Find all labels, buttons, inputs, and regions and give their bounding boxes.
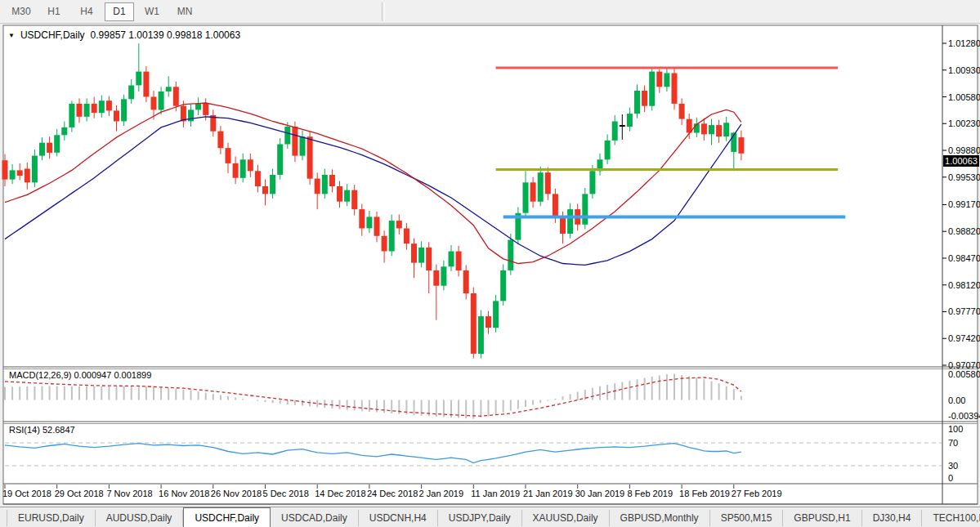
candle bbox=[449, 252, 454, 267]
candle bbox=[679, 104, 685, 119]
date-axis-label: 8 Feb 2019 bbox=[627, 489, 673, 498]
candle bbox=[322, 175, 328, 194]
candle bbox=[17, 170, 23, 176]
candle bbox=[486, 316, 491, 328]
date-axis-label: 21 Jan 2019 bbox=[523, 489, 573, 498]
candle bbox=[84, 104, 90, 117]
chart-title: ▼ USDCHF,Daily 0.99857 1.00139 0.99818 1… bbox=[8, 29, 240, 41]
timeframe-button-W1[interactable]: W1 bbox=[137, 2, 167, 21]
candle bbox=[433, 270, 439, 286]
chart-window[interactable]: 1.012801.009301.005801.002300.998800.995… bbox=[0, 25, 980, 506]
candle bbox=[240, 159, 246, 178]
candle bbox=[217, 132, 223, 149]
candle bbox=[121, 99, 127, 121]
candle bbox=[723, 123, 729, 136]
date-axis-label: 18 Feb 2019 bbox=[679, 489, 730, 498]
main-chart[interactable]: 1.012801.009301.005801.002300.998800.995… bbox=[0, 25, 980, 506]
candle bbox=[664, 74, 669, 87]
price-axis-label: 0.99530 bbox=[948, 172, 980, 182]
candle bbox=[463, 270, 469, 293]
price-axis-label: 1.01280 bbox=[948, 38, 980, 48]
bottom-tab-EURUSD-Daily[interactable]: EURUSD,Daily bbox=[7, 510, 96, 526]
candle bbox=[61, 127, 67, 135]
price-axis-label: 1.00230 bbox=[948, 118, 980, 128]
rsi-axis-label: 70 bbox=[948, 438, 958, 448]
candle bbox=[128, 86, 134, 100]
bottom-tab-SP500-M15[interactable]: SP500,M15 bbox=[710, 510, 784, 526]
candle bbox=[300, 136, 306, 155]
candle bbox=[649, 72, 655, 106]
candle bbox=[456, 252, 462, 270]
candle bbox=[523, 182, 529, 212]
candle bbox=[114, 110, 119, 121]
price-axis-label: 1.00930 bbox=[948, 65, 980, 75]
bottom-tab-GBPUSD-H1[interactable]: GBPUSD,H1 bbox=[783, 510, 861, 526]
bottom-tab-GBPUSD-Monthly[interactable]: GBPUSD,Monthly bbox=[610, 510, 710, 526]
date-axis-label: 5 Dec 2018 bbox=[263, 489, 309, 498]
candle bbox=[351, 190, 357, 209]
candle bbox=[315, 179, 320, 194]
candle bbox=[627, 114, 633, 127]
candle bbox=[389, 221, 395, 251]
candle bbox=[106, 100, 112, 110]
timeframe-button-M30[interactable]: M30 bbox=[7, 2, 36, 21]
candle bbox=[92, 104, 97, 113]
date-axis-label: 11 Jan 2019 bbox=[471, 489, 520, 498]
candle bbox=[337, 186, 342, 202]
candle bbox=[262, 186, 268, 194]
bottom-tab-XAUUSD-Daily[interactable]: XAUUSD,Daily bbox=[522, 510, 610, 526]
candle bbox=[25, 169, 30, 183]
candle bbox=[560, 217, 566, 234]
date-axis-label: 29 Oct 2018 bbox=[55, 489, 104, 498]
timeframe-button-D1[interactable]: D1 bbox=[105, 2, 134, 21]
price-axis-label: 0.98820 bbox=[948, 226, 980, 236]
candle bbox=[39, 143, 45, 156]
current-price-badge: 1.00063 bbox=[943, 155, 979, 167]
candle bbox=[374, 217, 380, 235]
candle bbox=[248, 159, 253, 171]
candle bbox=[567, 209, 573, 234]
bottom-tab-USDCAD-Daily[interactable]: USDCAD,Daily bbox=[271, 510, 359, 526]
candle bbox=[359, 209, 365, 228]
macd-axis-label: 0.005802 bbox=[948, 369, 980, 379]
chart-dropdown-arrow-icon[interactable]: ▼ bbox=[8, 32, 15, 39]
candle bbox=[10, 170, 16, 179]
bottom-tab-USDCHF-Daily[interactable]: USDCHF,Daily bbox=[183, 507, 271, 527]
candle bbox=[233, 163, 239, 178]
bottom-tab-USDJPY-Daily[interactable]: USDJPY,Daily bbox=[438, 510, 522, 526]
candle bbox=[634, 91, 640, 114]
bottom-tab-AUDUSD-Daily[interactable]: AUDUSD,Daily bbox=[96, 510, 184, 526]
candle bbox=[159, 92, 164, 110]
candle bbox=[2, 160, 8, 179]
timeframe-button-H1[interactable]: H1 bbox=[39, 2, 69, 21]
timeframe-button-H4[interactable]: H4 bbox=[72, 2, 101, 21]
macd-axis-label: 0.00 bbox=[948, 395, 965, 405]
candle bbox=[493, 301, 499, 328]
candle bbox=[226, 148, 231, 163]
rsi-axis-label: 100 bbox=[948, 424, 963, 434]
timeframe-button-MN[interactable]: MN bbox=[170, 2, 199, 21]
candle bbox=[553, 194, 558, 217]
candle bbox=[530, 182, 536, 201]
candle bbox=[166, 87, 172, 92]
candle bbox=[54, 135, 60, 153]
candle bbox=[47, 143, 52, 153]
candle bbox=[589, 171, 595, 194]
candle bbox=[411, 243, 417, 262]
candle bbox=[344, 190, 350, 202]
candle bbox=[77, 104, 83, 117]
toolbar-separator bbox=[382, 2, 385, 21]
price-axis-label: 0.98120 bbox=[948, 280, 980, 290]
date-axis-label: 16 Nov 2018 bbox=[159, 489, 209, 498]
candle bbox=[270, 175, 275, 194]
date-axis-label: 26 Nov 2018 bbox=[211, 489, 262, 498]
bottom-tab-DJ30-H4[interactable]: DJ30,H4 bbox=[862, 510, 923, 526]
price-axis-label: 0.98470 bbox=[948, 253, 980, 263]
candle bbox=[672, 74, 678, 104]
candle bbox=[32, 156, 38, 183]
candle bbox=[612, 122, 618, 141]
price-axis-label: 0.97770 bbox=[948, 306, 980, 316]
bottom-tab-TECH100-H1[interactable]: TECH100,H1 bbox=[922, 510, 980, 526]
bottom-tab-USDCNH-H4[interactable]: USDCNH,H4 bbox=[359, 510, 438, 526]
date-axis-label: 2 Jan 2019 bbox=[419, 489, 463, 498]
